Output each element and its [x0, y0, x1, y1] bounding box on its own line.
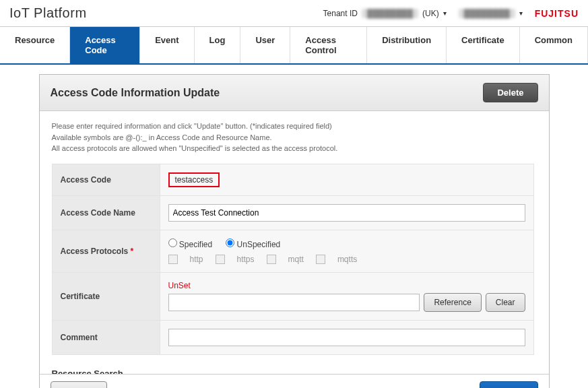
nav-event[interactable]: Event — [140, 27, 194, 63]
access-protocols-label: Access Protocols * — [52, 230, 160, 272]
brand-logo: FUJITSU — [535, 8, 579, 19]
main-panel: Access Code Information Update Delete Pl… — [39, 74, 550, 388]
radio-specified[interactable]: Specified — [168, 238, 213, 249]
form-table: Access Code testaccess Access Code Name … — [52, 164, 534, 355]
nav-certificate[interactable]: Certificate — [447, 27, 520, 63]
certificate-status: UnSet — [168, 281, 525, 290]
help-line: Please enter required information and cl… — [52, 121, 534, 132]
nav-access-code[interactable]: Access Code — [70, 27, 140, 63]
user-value: ████████ — [459, 9, 515, 18]
help-text: Please enter required information and cl… — [40, 111, 546, 164]
delete-button[interactable]: Delete — [483, 83, 537, 102]
panel-header: Access Code Information Update Delete — [40, 75, 549, 111]
scroll-area[interactable]: Please enter required information and cl… — [40, 111, 549, 374]
checkbox-https[interactable] — [216, 255, 225, 264]
clear-button[interactable]: Clear — [486, 293, 525, 312]
tenant-value: ████████ — [362, 9, 418, 18]
main-nav: Resource Access Code Event Log User Acce… — [0, 27, 588, 65]
resource-search-title: Resource Search — [40, 362, 546, 375]
help-line: All access protocols are allowed when "U… — [52, 143, 534, 154]
radio-unspecified[interactable]: UnSpecified — [226, 238, 280, 249]
chevron-down-icon: ▾ — [443, 9, 447, 17]
checkbox-http[interactable] — [168, 255, 178, 264]
nav-user[interactable]: User — [240, 27, 290, 63]
comment-input[interactable] — [168, 329, 525, 346]
tenant-selector[interactable]: Tenant ID ████████ (UK) ▾ — [323, 9, 447, 18]
tenant-region: (UK) — [422, 9, 439, 18]
protocol-radio-row: Specified UnSpecified — [168, 238, 525, 249]
cancel-button[interactable]: Cancel — [51, 381, 108, 388]
nav-distribution[interactable]: Distribution — [367, 27, 447, 63]
reference-button[interactable]: Reference — [424, 293, 481, 312]
access-code-name-input[interactable] — [168, 204, 525, 222]
panel-footer: Cancel Update — [40, 374, 549, 388]
nav-access-control[interactable]: Access Control — [290, 27, 367, 63]
access-code-name-label: Access Code Name — [52, 195, 160, 230]
required-star: * — [131, 247, 134, 256]
update-button[interactable]: Update — [480, 381, 537, 388]
panel-title: Access Code Information Update — [51, 87, 220, 99]
checkbox-mqtt[interactable] — [267, 255, 276, 264]
protocol-check-row: http https mqtt mqtts — [168, 255, 525, 264]
certificate-input[interactable] — [168, 294, 420, 311]
nav-resource[interactable]: Resource — [0, 27, 70, 63]
tenant-label: Tenant ID — [323, 9, 358, 18]
header-right: Tenant ID ████████ (UK) ▾ ████████ ▾ FUJ… — [323, 8, 579, 19]
comment-label: Comment — [52, 320, 160, 354]
access-code-value: testaccess — [168, 172, 220, 187]
nav-log[interactable]: Log — [195, 27, 241, 63]
access-code-label: Access Code — [52, 164, 160, 195]
checkbox-mqtts[interactable] — [316, 255, 325, 264]
chevron-down-icon: ▾ — [519, 9, 523, 17]
app-logo: IoT Platform — [9, 5, 87, 21]
user-selector[interactable]: ████████ ▾ — [459, 9, 523, 18]
nav-common[interactable]: Common — [520, 27, 588, 63]
certificate-label: Certificate — [52, 272, 160, 320]
app-header: IoT Platform Tenant ID ████████ (UK) ▾ █… — [0, 0, 588, 27]
help-line: Available symbols are @-():_ in Access C… — [52, 132, 534, 143]
